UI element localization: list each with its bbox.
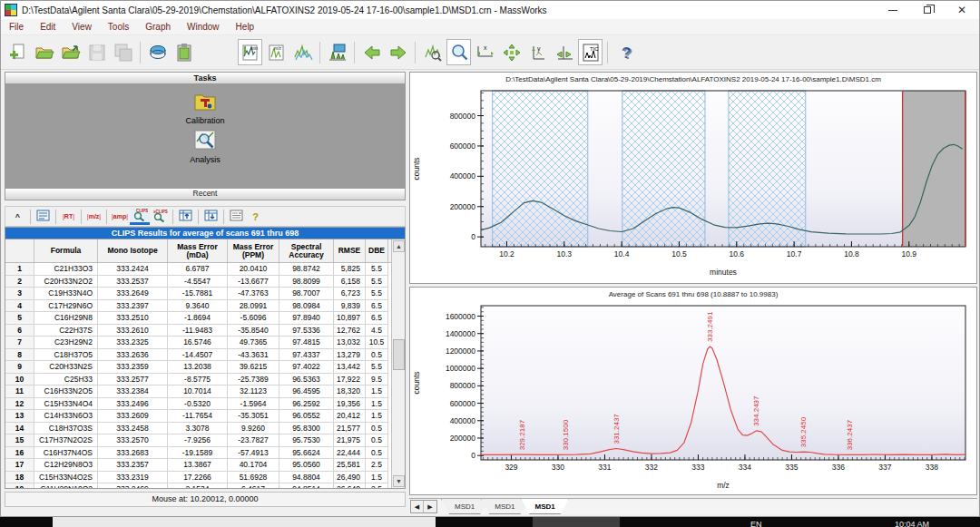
column-header-mono-isotope[interactable]: Mono Isotope xyxy=(98,239,168,262)
selection-region[interactable] xyxy=(493,91,588,247)
menu-tools[interactable]: Tools xyxy=(100,20,137,34)
table-row[interactable]: 7C23H29N2333.232516.574649.736597.481513… xyxy=(5,337,405,349)
table-row[interactable]: 6C22H37S333.2610-11.9483-35.854097.53361… xyxy=(5,325,405,337)
cell: 5.5 xyxy=(366,263,388,276)
cell: 9.3640 xyxy=(168,300,228,313)
table-row[interactable]: 9C20H33N2S333.235913.203839.621597.40221… xyxy=(5,361,405,374)
table-row[interactable]: 2C20H33N2O2333.2537-4.5547-13.667798.809… xyxy=(5,276,405,288)
tic-view-button[interactable]: TIC xyxy=(578,39,603,65)
help-button[interactable]: ?? xyxy=(612,39,637,65)
chromatogram-plot[interactable]: 10.210.310.410.510.610.710.810.902000004… xyxy=(410,83,975,278)
open-file-button[interactable] xyxy=(32,39,56,65)
table-row[interactable]: 17C12H29N8O3333.235713.386740.170495.056… xyxy=(5,459,405,472)
cell: 97.8940 xyxy=(279,312,334,325)
menu-window[interactable]: Window xyxy=(179,20,228,34)
shift-axis-button[interactable] xyxy=(552,39,576,65)
table-row[interactable]: 8C18H37O5333.2636-14.4507-43.363197.4337… xyxy=(5,349,405,362)
table-row[interactable]: 13C14H33N6O3333.2609-11.7654-35.305196.0… xyxy=(5,410,405,423)
table-next-button[interactable] xyxy=(201,208,220,225)
forward-button[interactable] xyxy=(386,39,410,65)
paste-clipboard-button[interactable] xyxy=(172,39,196,65)
zoom-y-button[interactable]: y xyxy=(525,39,550,65)
menu-edit[interactable]: Edit xyxy=(32,20,64,34)
calibration-display-button[interactable] xyxy=(325,39,349,65)
menu-file[interactable]: File xyxy=(1,20,32,34)
zoom-x-button[interactable]: x xyxy=(473,39,497,65)
zoom-tool-button[interactable] xyxy=(446,39,471,65)
scroll-up-arrow[interactable]: ▲ xyxy=(393,240,405,252)
spectrum-view-button[interactable]: m/z xyxy=(264,39,289,65)
tasks-panel: CalibrationAnalysis xyxy=(5,84,406,189)
chromatogram-view-button[interactable]: min xyxy=(238,39,262,65)
taskbar-clock[interactable]: 10:04 AM xyxy=(895,520,929,527)
column-header-mass-error[interactable]: Mass Error (mDa) xyxy=(168,239,228,262)
table-row[interactable]: 19C11H29N10O2333.24692.15346.461794.8514… xyxy=(5,483,405,489)
spectrum-plot[interactable]: 3293303313323333343353363373380200000400… xyxy=(410,298,975,491)
grid-options-button[interactable] xyxy=(34,208,53,225)
cell: 0.5 xyxy=(366,434,388,447)
report-form-button[interactable] xyxy=(227,208,246,225)
table-row[interactable]: 14C18H37O3S333.24583.30789.926095.830021… xyxy=(5,423,405,435)
cell: 333.2357 xyxy=(98,459,168,472)
taskbar-app-segment[interactable] xyxy=(533,517,620,527)
collapse-button[interactable]: ^ xyxy=(8,208,27,225)
doc-tab-msd1-2[interactable]: MSD1 xyxy=(521,499,568,514)
scroll-thumb[interactable] xyxy=(393,339,405,370)
table-row[interactable]: 1C21H33O3333.24246.678720.041098.87425,8… xyxy=(5,263,405,276)
help-grid-button[interactable]: ? xyxy=(246,208,265,225)
table-row[interactable]: 15C17H37N2O2S333.2570-7.9256-23.782795.7… xyxy=(5,434,405,447)
menu-view[interactable]: View xyxy=(64,20,100,34)
table-row[interactable]: 18C15H33N4O2S333.231917.226651.692894.88… xyxy=(5,472,405,484)
tab-scroll-left[interactable]: ◀ xyxy=(411,501,424,512)
cell: -19.1589 xyxy=(168,447,228,460)
back-button[interactable] xyxy=(359,39,384,65)
taskbar-language[interactable]: EN xyxy=(750,520,762,527)
column-header-spectral[interactable]: Spectral Accuracy xyxy=(279,239,334,262)
table-row[interactable]: 11C16H33N2O5333.238410.701432.112396.459… xyxy=(5,385,405,398)
cell: 5,825 xyxy=(334,263,366,276)
menu-help[interactable]: Help xyxy=(228,20,263,34)
rt-filter-icon: |RT| xyxy=(63,213,74,220)
table-row[interactable]: 4C17H29N6O333.23979.364028.099198.09849,… xyxy=(5,300,405,313)
clips-search-button[interactable]: CLIPS xyxy=(130,208,150,225)
column-header-dbe[interactable]: DBE xyxy=(366,239,388,262)
doc-tab-msd1-0[interactable]: MSD1 xyxy=(441,499,488,514)
pan-button[interactable] xyxy=(499,39,524,65)
table-prev-button[interactable] xyxy=(176,208,195,225)
task-analysis[interactable]: Analysis xyxy=(5,129,405,164)
column-header-mass-error[interactable]: Mass Error (PPM) xyxy=(228,239,279,262)
column-header-formula[interactable]: Formula xyxy=(34,239,98,262)
mz-filter-button[interactable]: |m/z| xyxy=(84,208,103,225)
recent-header[interactable]: Recent xyxy=(5,189,406,200)
open-data-button[interactable] xyxy=(58,39,83,65)
close-button[interactable]: ✕ xyxy=(945,1,979,19)
task-calibration[interactable]: Calibration xyxy=(5,92,405,125)
minimize-button[interactable] xyxy=(876,1,910,19)
table-scrollbar[interactable]: ▲ ▼ xyxy=(391,239,405,488)
reset-zoom-button[interactable] xyxy=(420,39,445,65)
chromatogram-panel[interactable]: D:\TestData\Agilent Santa Clara\05-29-20… xyxy=(409,72,977,284)
tab-scroll-right[interactable]: ▶ xyxy=(424,501,436,512)
table-row[interactable]: 5C16H29N8333.2510-1.8694-5.609697.894010… xyxy=(5,312,405,325)
taskbar-window-segment[interactable] xyxy=(53,517,436,527)
amp-filter-button[interactable]: |amp| xyxy=(110,208,130,225)
spectrum-panel[interactable]: Average of Scans 691 thru 698 (10.8887 t… xyxy=(409,287,977,495)
results-table: FormulaMono IsotopeMass Error (mDa)Mass … xyxy=(5,239,406,489)
selection-region[interactable] xyxy=(622,91,705,247)
table-row[interactable]: 16C16H37N4OS333.2683-19.1589-57.491395.6… xyxy=(5,447,405,460)
scroll-down-arrow[interactable]: ▼ xyxy=(393,475,405,487)
column-header-rmse[interactable]: RMSE xyxy=(334,239,366,262)
table-row[interactable]: 10C25H33333.2577-8.5775-25.738996.536317… xyxy=(5,374,405,386)
averaged-scan-region[interactable] xyxy=(903,91,965,247)
table-row[interactable]: 12C15H33N4O4333.2496-0.5320-1.596496.259… xyxy=(5,398,405,411)
overlay-view-button[interactable] xyxy=(290,39,315,65)
new-file-button[interactable] xyxy=(5,39,30,65)
sclips-search-button[interactable]: sCLIPS xyxy=(150,208,170,225)
rt-filter-button[interactable]: |RT| xyxy=(59,208,78,225)
cell: 17 xyxy=(5,459,34,472)
rotate-3d-button[interactable] xyxy=(145,39,170,65)
restore-button[interactable] xyxy=(910,1,945,19)
menu-graph[interactable]: Graph xyxy=(137,20,179,34)
table-row[interactable]: 3C19H33N4O333.2649-15.7881-47.376398.700… xyxy=(5,288,405,300)
doc-tab-msd1-1[interactable]: MSD1 xyxy=(481,499,528,514)
